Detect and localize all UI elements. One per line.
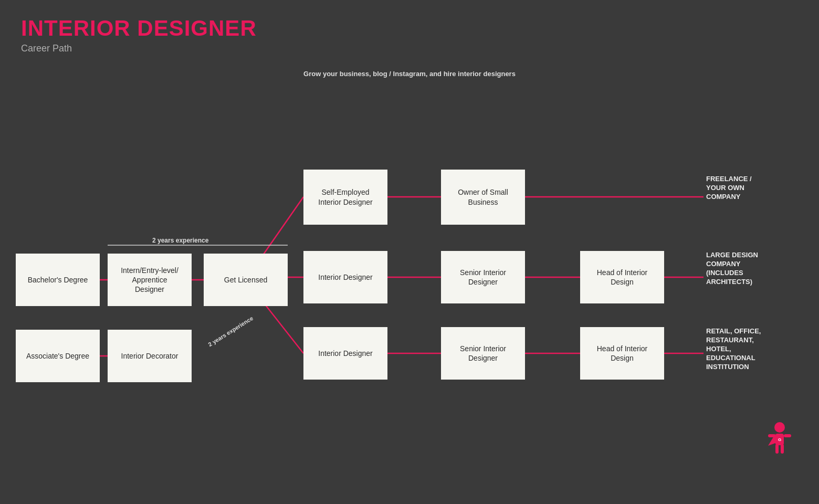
- svg-rect-20: [781, 444, 784, 454]
- card-senior-top: Senior InteriorDesigner: [441, 251, 525, 303]
- diagram-area: Grow your business, blog / Instagram, an…: [0, 65, 819, 474]
- svg-text:G: G: [778, 437, 781, 442]
- card-intern: Intern/Entry-level/ApprenticeDesigner: [108, 254, 192, 306]
- label-retail: RETAIL, OFFICE,RESTAURANT,HOTEL,EDUCATIO…: [706, 327, 806, 371]
- card-interior-designer-bot: Interior Designer: [303, 327, 387, 380]
- experience-label-diag: 2 years experience: [207, 315, 254, 348]
- label-large-design: LARGE DESIGNCOMPANY(INCLUDESARCHITECTS): [706, 251, 806, 287]
- page-header: INTERIOR DESIGNER Career Path: [0, 0, 819, 59]
- card-self-employed: Self-EmployedInterior Designer: [303, 170, 387, 225]
- card-head-top: Head of InteriorDesign: [580, 251, 664, 303]
- experience-label-top: 2 years experience: [152, 237, 208, 244]
- card-senior-bot: Senior InteriorDesigner: [441, 327, 525, 380]
- card-associates: Associate's Degree: [16, 330, 100, 382]
- card-decorator: Interior Decorator: [108, 330, 192, 382]
- grow-label: Grow your business, blog / Instagram, an…: [303, 70, 516, 78]
- card-bachelors: Bachelor's Degree: [16, 254, 100, 306]
- logo-mascot: G: [761, 419, 798, 464]
- label-freelance: FREELANCE /YOUR OWNCOMPANY: [706, 175, 806, 202]
- page-subtitle: Career Path: [21, 43, 798, 54]
- page-title: INTERIOR DESIGNER: [21, 16, 798, 41]
- svg-point-15: [774, 422, 785, 433]
- svg-rect-18: [784, 434, 791, 437]
- card-interior-designer-top: Interior Designer: [303, 251, 387, 303]
- card-get-licensed: Get Licensed: [204, 254, 288, 306]
- card-head-bot: Head of InteriorDesign: [580, 327, 664, 380]
- svg-rect-19: [775, 444, 779, 454]
- card-owner-small: Owner of SmallBusiness: [441, 170, 525, 225]
